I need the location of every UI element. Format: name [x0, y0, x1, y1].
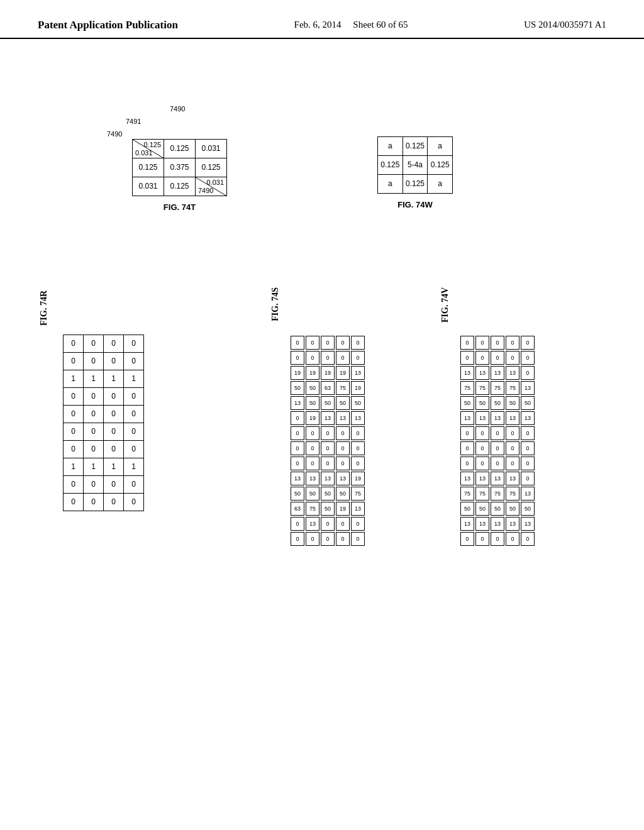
table-cell: 0: [336, 456, 350, 470]
table-cell: 0: [506, 336, 519, 350]
table-cell: 0: [491, 336, 504, 350]
table-cell: 0: [321, 517, 335, 531]
table-cell: 13: [460, 366, 474, 380]
table-cell: 63: [291, 502, 304, 516]
table-cell: 0.125: [402, 174, 428, 193]
table-row: 0000: [64, 387, 144, 405]
fig74w-table: a 0.125 a 0.125 5-4a 0.125 a 0.125 a: [377, 136, 453, 194]
table-cell: 1: [84, 370, 104, 387]
table-row: 7575757513: [460, 381, 535, 395]
table-row: 0000: [64, 493, 144, 511]
table-cell: 0: [321, 532, 335, 546]
table-cell: 0.031: [133, 177, 164, 196]
table-cell: a: [378, 136, 403, 155]
table-cell: 0: [104, 493, 124, 511]
table-cell: 1: [104, 370, 124, 387]
table-cell: 50: [291, 381, 304, 395]
table-row: 0.125 0.375 0.125: [133, 158, 227, 177]
table-row: 0000: [64, 352, 144, 370]
table-cell: 0: [306, 456, 319, 470]
table-cell: 0: [306, 351, 319, 365]
fig74s-table: 0000000000191919191350506375191350505050…: [289, 335, 366, 547]
publication-title: Patent Application Publication: [38, 18, 178, 33]
table-cell: 0: [124, 475, 144, 493]
fig74w-diagram: a 0.125 a 0.125 5-4a 0.125 a 0.125 a FIG…: [377, 136, 453, 209]
table-cell: 0: [84, 475, 104, 493]
table-cell: 13: [491, 517, 504, 531]
table-cell: 13: [475, 411, 489, 425]
patent-number: US 2014/0035971 A1: [524, 18, 606, 32]
table-row: 1111: [64, 458, 144, 475]
fig74r-label: FIG. 74R: [39, 290, 49, 326]
table-cell: 0: [475, 441, 489, 455]
table-cell: 0: [124, 352, 144, 370]
table-cell: 0: [64, 493, 84, 511]
table-row: 00000: [291, 456, 365, 470]
table-cell: 0: [491, 441, 504, 455]
table-cell: 0: [521, 472, 535, 485]
table-cell: 13: [475, 517, 489, 531]
table-cell: 50: [291, 487, 304, 501]
table-cell: 0.125: [164, 139, 196, 158]
table-cell: 0: [506, 532, 519, 546]
table-cell: 75: [491, 487, 504, 501]
table-cell: 50: [506, 502, 519, 516]
table-cell: 50: [460, 502, 474, 516]
table-row: 131313130: [460, 366, 535, 380]
table-row: 0.125 5-4a 0.125: [378, 155, 453, 174]
table-cell: 13: [475, 472, 489, 485]
table-cell: 13: [336, 411, 350, 425]
table-cell: 0: [521, 351, 535, 365]
table-cell: 13: [475, 366, 489, 380]
table-cell: 0: [104, 387, 124, 405]
table-cell: 0: [506, 351, 519, 365]
table-cell: 0: [64, 352, 84, 370]
table-row: 00000: [291, 336, 365, 350]
table-cell: 5-4a: [402, 155, 428, 174]
table-cell: 75: [475, 487, 489, 501]
table-cell: 50: [336, 396, 350, 410]
table-row: 7575757513: [460, 487, 535, 501]
table-cell: 50: [475, 396, 489, 410]
table-cell: 0: [336, 517, 350, 531]
table-cell: 0: [306, 336, 319, 350]
table-cell: 75: [491, 381, 504, 395]
table-cell: 0: [336, 426, 350, 440]
table-cell: 0: [351, 517, 365, 531]
fig74s-label-container: FIG. 74S: [270, 287, 280, 330]
table-row: 0000: [64, 475, 144, 493]
table-cell: 19: [351, 472, 365, 485]
table-row: 00000: [460, 532, 535, 546]
table-cell: 0: [291, 336, 304, 350]
table-cell: 19: [336, 502, 350, 516]
table-cell: 0: [460, 351, 474, 365]
table-cell: 1: [124, 458, 144, 475]
table-cell: a: [428, 136, 453, 155]
table-cell: 0: [124, 405, 144, 423]
table-cell: 13: [506, 366, 519, 380]
table-cell: 50: [521, 396, 535, 410]
table-cell: 0: [84, 405, 104, 423]
table-cell: 50: [351, 396, 365, 410]
table-row: 00000: [291, 441, 365, 455]
table-cell: 0: [291, 411, 304, 425]
table-cell: 75: [506, 487, 519, 501]
table-cell: 50: [306, 381, 319, 395]
table-row: 00000: [291, 426, 365, 440]
table-row: 131313130: [460, 472, 535, 485]
table-cell: 0: [84, 493, 104, 511]
table-row: 1919191913: [291, 366, 365, 380]
table-row: 0000: [64, 423, 144, 440]
label-7490-top: 7490: [170, 105, 185, 113]
table-cell: 0: [84, 335, 104, 352]
table-row: 5050505050: [460, 396, 535, 410]
fig74r-label-container: FIG. 74R: [39, 290, 49, 335]
main-content: 7490 7491 7490 0.125 0.031 0.125 0.031 0…: [0, 39, 644, 806]
table-cell: 0: [521, 532, 535, 546]
table-cell: 0.031: [196, 139, 227, 158]
table-row: 5050505075: [291, 487, 365, 501]
table-cell: 0: [336, 532, 350, 546]
table-row: 1313131313: [460, 411, 535, 425]
table-cell: 0: [291, 517, 304, 531]
table-cell: 0: [336, 336, 350, 350]
